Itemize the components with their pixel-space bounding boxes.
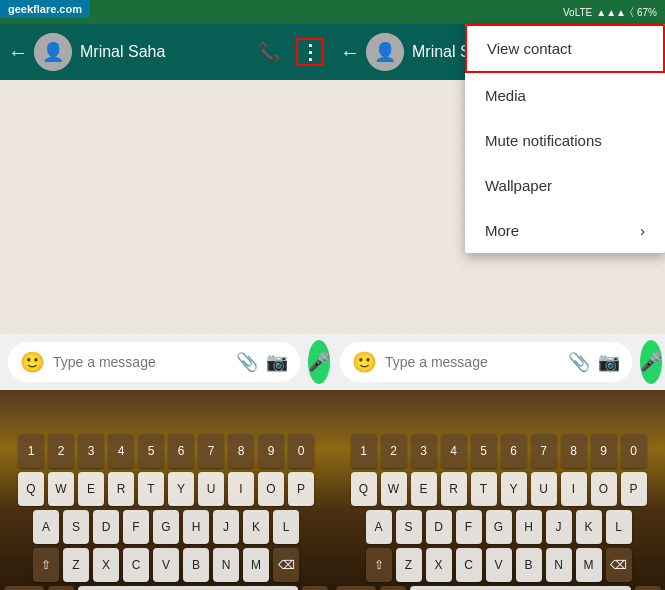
camera-icon[interactable]: 📷 (266, 351, 288, 373)
key-r-y[interactable]: Y (501, 472, 527, 506)
key-r-s[interactable]: S (396, 510, 422, 544)
key-t[interactable]: T (138, 472, 164, 506)
key-r-6[interactable]: 6 (501, 434, 527, 468)
key-4[interactable]: 4 (108, 434, 134, 468)
key-z[interactable]: Z (63, 548, 89, 582)
key-r-q[interactable]: Q (351, 472, 377, 506)
key-a[interactable]: A (33, 510, 59, 544)
menu-mute[interactable]: Mute notifications (465, 118, 665, 163)
key-r-l[interactable]: L (606, 510, 632, 544)
key-u[interactable]: U (198, 472, 224, 506)
key-p[interactable]: P (288, 472, 314, 506)
back-button[interactable]: ← (8, 41, 28, 64)
emoji-key-r[interactable]: 🙂 (380, 586, 406, 590)
key-r[interactable]: R (108, 472, 134, 506)
key-w[interactable]: W (48, 472, 74, 506)
key-l[interactable]: L (273, 510, 299, 544)
mic-button-right[interactable]: 🎤 (640, 340, 662, 384)
key-r-7[interactable]: 7 (531, 434, 557, 468)
key-r-t[interactable]: T (471, 472, 497, 506)
space-key[interactable]: English (UK) (78, 586, 298, 590)
key-r-n[interactable]: N (546, 548, 572, 582)
enter-key[interactable]: ↵ (302, 586, 328, 590)
key-j[interactable]: J (213, 510, 239, 544)
symbols-key-r[interactable]: ?123 (336, 586, 376, 590)
key-r-e[interactable]: E (411, 472, 437, 506)
key-e[interactable]: E (78, 472, 104, 506)
back-button-right[interactable]: ← (340, 41, 360, 64)
key-8[interactable]: 8 (228, 434, 254, 468)
attach-icon-right[interactable]: 📎 (568, 351, 590, 373)
key-r-5[interactable]: 5 (471, 434, 497, 468)
shift-key-r[interactable]: ⇧ (366, 548, 392, 582)
key-r-m[interactable]: M (576, 548, 602, 582)
key-r-z[interactable]: Z (396, 548, 422, 582)
camera-icon-right[interactable]: 📷 (598, 351, 620, 373)
key-x[interactable]: X (93, 548, 119, 582)
emoji-icon-right[interactable]: 🙂 (352, 350, 377, 374)
key-i[interactable]: I (228, 472, 254, 506)
key-r-r[interactable]: R (441, 472, 467, 506)
key-r-b[interactable]: B (516, 548, 542, 582)
key-s[interactable]: S (63, 510, 89, 544)
backspace-key-r[interactable]: ⌫ (606, 548, 632, 582)
key-r-u[interactable]: U (531, 472, 557, 506)
key-r-v[interactable]: V (486, 548, 512, 582)
emoji-key[interactable]: 🙂 (48, 586, 74, 590)
key-3[interactable]: 3 (78, 434, 104, 468)
key-g[interactable]: G (153, 510, 179, 544)
message-input-right[interactable] (385, 354, 560, 370)
key-d[interactable]: D (93, 510, 119, 544)
key-6[interactable]: 6 (168, 434, 194, 468)
key-r-p[interactable]: P (621, 472, 647, 506)
key-5[interactable]: 5 (138, 434, 164, 468)
key-r-w[interactable]: W (381, 472, 407, 506)
menu-media[interactable]: Media (465, 73, 665, 118)
attach-icon[interactable]: 📎 (236, 351, 258, 373)
key-r-g[interactable]: G (486, 510, 512, 544)
key-b[interactable]: B (183, 548, 209, 582)
key-o[interactable]: O (258, 472, 284, 506)
key-h[interactable]: H (183, 510, 209, 544)
key-r-a[interactable]: A (366, 510, 392, 544)
key-r-j[interactable]: J (546, 510, 572, 544)
mic-button[interactable]: 🎤 (308, 340, 330, 384)
key-9[interactable]: 9 (258, 434, 284, 468)
shift-key[interactable]: ⇧ (33, 548, 59, 582)
key-r-1[interactable]: 1 (351, 434, 377, 468)
key-r-3[interactable]: 3 (411, 434, 437, 468)
key-r-8[interactable]: 8 (561, 434, 587, 468)
key-r-h[interactable]: H (516, 510, 542, 544)
key-r-f[interactable]: F (456, 510, 482, 544)
backspace-key[interactable]: ⌫ (273, 548, 299, 582)
menu-view-contact[interactable]: View contact (465, 24, 665, 73)
key-r-x[interactable]: X (426, 548, 452, 582)
key-1[interactable]: 1 (18, 434, 44, 468)
key-f[interactable]: F (123, 510, 149, 544)
key-n[interactable]: N (213, 548, 239, 582)
enter-key-r[interactable]: ↵ (635, 586, 661, 590)
key-r-c[interactable]: C (456, 548, 482, 582)
key-0[interactable]: 0 (288, 434, 314, 468)
key-q[interactable]: Q (18, 472, 44, 506)
space-key-r[interactable]: English (UK) (410, 586, 631, 590)
key-r-2[interactable]: 2 (381, 434, 407, 468)
phone-icon[interactable]: 📞 (258, 41, 280, 63)
key-2[interactable]: 2 (48, 434, 74, 468)
key-r-4[interactable]: 4 (441, 434, 467, 468)
menu-wallpaper[interactable]: Wallpaper (465, 163, 665, 208)
key-r-d[interactable]: D (426, 510, 452, 544)
key-c[interactable]: C (123, 548, 149, 582)
key-r-0[interactable]: 0 (621, 434, 647, 468)
key-y[interactable]: Y (168, 472, 194, 506)
key-r-9[interactable]: 9 (591, 434, 617, 468)
menu-more[interactable]: More › (465, 208, 665, 253)
key-r-o[interactable]: O (591, 472, 617, 506)
more-button[interactable]: ⋮ (296, 38, 324, 66)
symbols-key[interactable]: ?123 (4, 586, 44, 590)
key-r-k[interactable]: K (576, 510, 602, 544)
key-m[interactable]: M (243, 548, 269, 582)
key-v[interactable]: V (153, 548, 179, 582)
key-r-i[interactable]: I (561, 472, 587, 506)
message-input[interactable] (53, 354, 228, 370)
